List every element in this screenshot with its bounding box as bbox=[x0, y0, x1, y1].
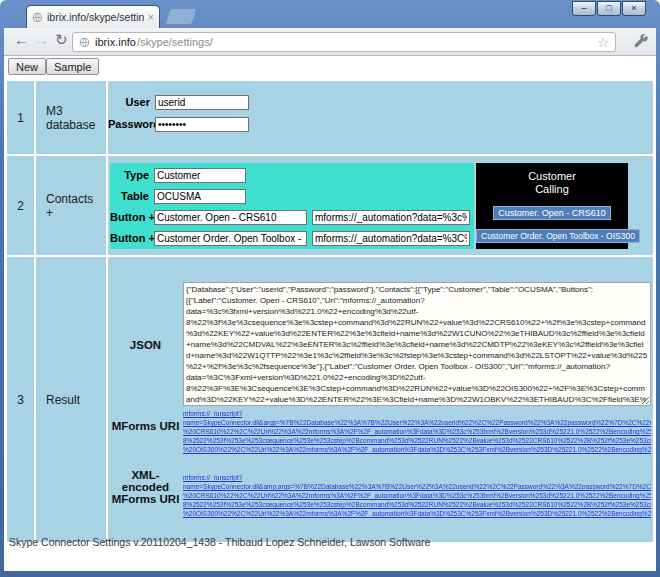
tab-close-icon[interactable]: × bbox=[148, 12, 154, 22]
sample-button[interactable]: Sample bbox=[46, 58, 99, 75]
row2-content: Type Table Button + Button + bbox=[108, 156, 653, 255]
json-textarea[interactable]: {"Database":{"User":"userid","Password":… bbox=[183, 282, 651, 406]
table-input[interactable] bbox=[154, 189, 246, 204]
row3-content: JSON {"Database":{"User":"userid","Passw… bbox=[108, 257, 653, 542]
xml-mforms-uri-link[interactable]: mforms://_runscript?name=SkypeConnector.… bbox=[183, 473, 651, 519]
browser-window: ibrix.info/skype/settings/ × – □ × ← → ↻… bbox=[0, 0, 660, 577]
button2-uri-input[interactable] bbox=[312, 231, 470, 246]
footer-version-text: Skype Connector Settings v.20110204_1438… bbox=[9, 536, 430, 548]
row3-label: Result bbox=[36, 257, 106, 542]
user-input[interactable] bbox=[155, 95, 249, 110]
mforms-uri-link[interactable]: mforms://_runscript?name=SkypeConnector.… bbox=[183, 409, 651, 454]
new-button[interactable]: New bbox=[8, 58, 46, 75]
type-input[interactable] bbox=[154, 168, 246, 183]
preview-title: Customer Calling bbox=[476, 163, 628, 196]
reload-icon[interactable]: ↻ bbox=[55, 31, 68, 49]
row1-label: M3 database bbox=[36, 81, 106, 154]
contact-editor: Type Table Button + Button + bbox=[110, 163, 474, 249]
button2-caption-input[interactable] bbox=[154, 231, 307, 246]
browser-tab[interactable]: ibrix.info/skype/settings/ × bbox=[26, 5, 160, 28]
user-label: User bbox=[108, 96, 153, 108]
window-controls: – □ × bbox=[572, 1, 646, 16]
preview-button-ois300[interactable]: Customer Order. Open Toolbox - OIS300 bbox=[476, 229, 640, 243]
xml-mforms-uri-label: XML-encoded MForms URI bbox=[108, 469, 183, 505]
button1-label: Button + bbox=[110, 211, 152, 223]
tab-title: ibrix.info/skype/settings/ bbox=[47, 11, 144, 23]
url-host: ibrix.info bbox=[95, 36, 136, 48]
favicon-globe-icon bbox=[32, 12, 43, 23]
back-icon[interactable]: ← bbox=[14, 31, 29, 48]
button1-caption-input[interactable] bbox=[154, 210, 307, 225]
forward-icon[interactable]: → bbox=[34, 31, 49, 48]
settings-table: 1 M3 database User Password 2 Contacts +… bbox=[7, 81, 653, 542]
row2-label: Contacts + bbox=[36, 156, 106, 255]
row3-number: 3 bbox=[7, 257, 34, 542]
address-bar[interactable]: ibrix.info/skype/settings/ ☆ bbox=[72, 32, 616, 52]
row2-number: 2 bbox=[7, 156, 34, 255]
row1-number: 1 bbox=[7, 81, 34, 154]
password-input[interactable] bbox=[155, 117, 249, 132]
browser-toolbar: ← → ↻ ibrix.info/skype/settings/ ☆ bbox=[4, 28, 656, 56]
url-path: /skype/settings/ bbox=[137, 36, 213, 48]
type-label: Type bbox=[110, 169, 152, 181]
new-tab-button[interactable] bbox=[166, 9, 197, 24]
button1-uri-input[interactable] bbox=[312, 210, 470, 225]
page-globe-icon bbox=[79, 37, 90, 48]
button2-label: Button + bbox=[110, 232, 152, 244]
page-content: New Sample 1 M3 database User Password 2… bbox=[4, 56, 656, 571]
close-button[interactable]: × bbox=[622, 1, 646, 16]
table-label: Table bbox=[110, 190, 152, 202]
title-bar: ibrix.info/skype/settings/ × – □ × bbox=[0, 0, 660, 28]
customer-calling-preview: Customer Calling Customer. Open - CRS610… bbox=[476, 163, 628, 249]
password-label: Password bbox=[108, 118, 153, 130]
wrench-menu-icon[interactable] bbox=[634, 34, 648, 48]
row1-content: User Password bbox=[108, 81, 653, 154]
mforms-uri-label: MForms URI bbox=[108, 420, 183, 432]
bookmark-star-icon[interactable]: ☆ bbox=[597, 35, 609, 50]
maximize-button[interactable]: □ bbox=[597, 1, 621, 16]
json-label: JSON bbox=[108, 339, 183, 351]
preview-button-crs610[interactable]: Customer. Open - CRS610 bbox=[493, 206, 611, 220]
minimize-button[interactable]: – bbox=[572, 1, 596, 16]
